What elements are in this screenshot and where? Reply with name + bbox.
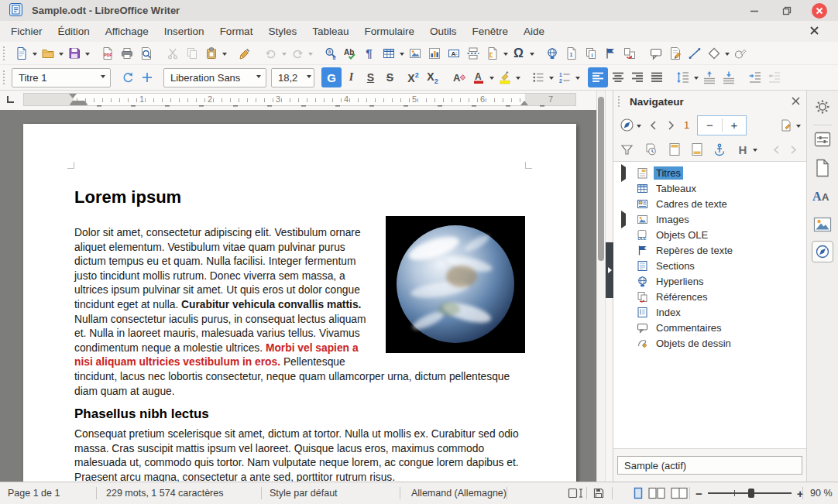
horizontal-ruler[interactable]: 1234567 — [23, 93, 576, 106]
justify-button[interactable] — [647, 67, 666, 87]
undo-dropdown[interactable] — [282, 53, 287, 58]
gallery-tab-icon[interactable] — [813, 217, 832, 232]
sidebar-settings-icon[interactable] — [814, 98, 831, 115]
close-button[interactable] — [812, 3, 827, 19]
zoom-out-icon[interactable]: − — [695, 487, 702, 500]
tree-item-bookmarks[interactable]: Repères de texte — [613, 242, 806, 258]
increase-indent-icon[interactable] — [745, 67, 764, 87]
numbered-list-icon[interactable]: 12 — [555, 67, 574, 87]
left-indent-marker[interactable] — [69, 97, 88, 105]
zoom-slider-thumb[interactable] — [748, 489, 754, 498]
toolbar-grip[interactable] — [3, 70, 9, 84]
heading-levels-dropdown[interactable] — [753, 149, 757, 154]
increase-paragraph-spacing-icon[interactable] — [699, 67, 719, 87]
paste-icon[interactable] — [201, 43, 221, 63]
highlight-color-dropdown[interactable] — [516, 77, 520, 82]
redo-icon[interactable] — [287, 43, 307, 63]
page-spinner[interactable]: −+ — [697, 115, 747, 135]
insert-endnote-icon[interactable]: i — [581, 43, 600, 63]
minimize-button[interactable] — [747, 3, 762, 19]
zoom-value[interactable]: 90 % — [810, 482, 833, 504]
tree-item-indexes[interactable]: Index — [613, 304, 806, 320]
paragraph-style-combo[interactable]: Titre 1 — [12, 68, 111, 87]
spin-plus[interactable]: + — [723, 118, 747, 132]
document-page[interactable]: Lorem ipsum — [23, 124, 576, 482]
export-pdf-icon[interactable]: PDF — [98, 43, 117, 63]
expand-icon[interactable] — [621, 214, 631, 225]
page-count[interactable]: Page 1 de 1 — [8, 482, 60, 504]
panel-grip[interactable] — [618, 96, 623, 107]
previous-page-icon[interactable] — [645, 116, 662, 135]
page-style[interactable]: Style par défaut — [270, 482, 338, 504]
insert-text-box-icon[interactable]: A — [444, 43, 463, 63]
insert-image-icon[interactable] — [405, 43, 424, 63]
align-left-button[interactable] — [588, 67, 608, 87]
menu-item-10[interactable]: Aide — [516, 22, 552, 40]
new-document-dropdown[interactable] — [33, 53, 37, 58]
tree-item-headings[interactable]: Titres — [613, 165, 806, 180]
expand-icon[interactable] — [621, 167, 631, 179]
bullet-list-dropdown[interactable] — [549, 77, 554, 82]
menu-item-7[interactable]: Formulaire — [356, 22, 422, 40]
basic-shapes-dropdown[interactable] — [725, 53, 730, 58]
special-character-dropdown[interactable] — [530, 53, 534, 58]
right-indent-marker[interactable] — [520, 97, 528, 105]
insert-line-icon[interactable] — [685, 43, 704, 63]
font-name-combo[interactable]: Liberation Sans — [163, 68, 266, 87]
page-tab-icon[interactable] — [815, 159, 830, 177]
scrollbar-thumb[interactable] — [598, 97, 604, 261]
open-dropdown[interactable] — [59, 53, 64, 58]
hide-sidebar-button[interactable] — [606, 242, 613, 298]
filter-icon[interactable] — [618, 140, 635, 159]
tree-item-drawing-objects[interactable]: Objets de dessin — [613, 335, 806, 351]
tab-stop-selector[interactable] — [7, 96, 14, 103]
page-break-icon[interactable] — [463, 43, 483, 63]
decrease-indent-icon[interactable] — [764, 67, 784, 87]
promote-level-icon[interactable] — [768, 140, 785, 159]
vertical-scrollbar[interactable] — [596, 91, 605, 482]
menu-item-1[interactable]: Édition — [50, 22, 98, 40]
tree-item-tables[interactable]: Tableaux — [613, 180, 806, 196]
align-center-button[interactable] — [608, 67, 627, 87]
menu-item-0[interactable]: Fichier — [3, 22, 50, 40]
spin-minus[interactable]: − — [698, 118, 723, 132]
book-view-icon[interactable] — [671, 487, 688, 499]
active-document-selector[interactable]: Sample (actif) — [617, 456, 802, 475]
bookmark-icon[interactable] — [600, 43, 620, 63]
tree-item-comments[interactable]: Commentaires — [613, 320, 806, 335]
copy-icon[interactable] — [182, 43, 201, 63]
special-character-icon[interactable]: Ω — [509, 43, 528, 63]
find-replace-icon[interactable]: ad — [321, 43, 340, 63]
new-style-icon[interactable] — [137, 67, 156, 87]
undo-icon[interactable] — [261, 43, 280, 63]
save-icon[interactable] — [64, 43, 84, 63]
tree-item-references[interactable]: Références — [613, 289, 806, 304]
bold-button[interactable]: G — [321, 67, 342, 87]
print-preview-icon[interactable] — [136, 43, 156, 63]
anchor-icon[interactable] — [711, 140, 728, 159]
menu-item-4[interactable]: Format — [212, 22, 261, 40]
menu-item-6[interactable]: Tableau — [304, 22, 356, 40]
track-changes-icon[interactable] — [665, 43, 685, 63]
drag-mode-dropdown[interactable] — [796, 125, 801, 130]
print-icon[interactable] — [117, 43, 136, 63]
zoom-slider[interactable] — [708, 492, 792, 494]
insert-field-dropdown[interactable] — [503, 53, 508, 58]
numbered-list-dropdown[interactable] — [575, 77, 580, 82]
menu-item-3[interactable]: Insertion — [156, 22, 212, 40]
italic-button[interactable]: I — [342, 67, 361, 87]
navigator-tab-icon[interactable] — [812, 241, 833, 262]
open-icon[interactable] — [38, 43, 57, 63]
cross-reference-icon[interactable] — [620, 43, 639, 63]
insert-footnote-icon[interactable]: 1 — [562, 43, 581, 63]
properties-tab-icon[interactable] — [814, 132, 831, 147]
insert-table-dropdown[interactable] — [400, 53, 404, 58]
align-right-button[interactable] — [627, 67, 647, 87]
menu-item-8[interactable]: Outils — [422, 22, 465, 40]
update-style-icon[interactable] — [118, 67, 137, 87]
close-navigator-icon[interactable] — [792, 96, 800, 108]
header-icon[interactable] — [666, 140, 683, 159]
insert-field-icon[interactable] — [483, 43, 502, 63]
subscript-button[interactable]: X2 — [423, 67, 442, 87]
insert-comment-icon[interactable] — [646, 43, 665, 63]
